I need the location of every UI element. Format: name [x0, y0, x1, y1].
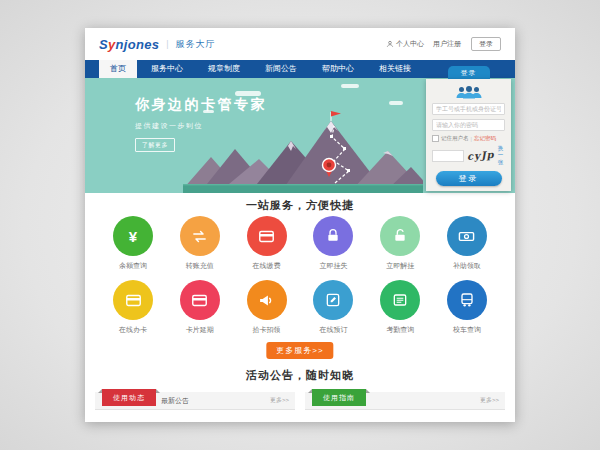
remember-row: 记住用户名 | 忘记密码	[432, 135, 505, 142]
person-icon	[386, 40, 394, 48]
forgot-password-link[interactable]: 忘记密码	[474, 135, 496, 142]
service-online-payment[interactable]: 在线缴费	[243, 216, 291, 271]
nav-item-service-center[interactable]: 服务中心	[140, 60, 194, 78]
list-icon	[380, 280, 420, 320]
login-panel: 登录 记住用户名 | 忘记密码	[426, 66, 511, 191]
screenshot-stage: Synjones | 服务大厅 个人中心 用户注册 登录 首页 服务中心 规章制…	[0, 0, 600, 450]
header-divider: |	[166, 39, 168, 49]
password-input[interactable]	[432, 119, 505, 131]
transfer-arrows-icon	[180, 216, 220, 256]
logo-accent-mark: y	[108, 37, 116, 52]
remember-checkbox[interactable]	[432, 135, 439, 142]
services-section-title: 一站服务，方便快捷	[85, 198, 515, 213]
service-label: 余额查询	[109, 261, 157, 271]
portal-page: Synjones | 服务大厅 个人中心 用户注册 登录 首页 服务中心 规章制…	[85, 28, 515, 422]
captcha-refresh-link[interactable]: 换一张	[498, 145, 505, 166]
service-label: 立即挂失	[309, 261, 357, 271]
service-label: 拾卡招领	[243, 325, 291, 335]
service-label: 卡片延期	[176, 325, 224, 335]
service-school-bus-inquiry[interactable]: 校车查询	[443, 280, 491, 335]
service-label: 在线预订	[309, 325, 357, 335]
unlock-icon	[380, 216, 420, 256]
login-submit-button[interactable]: 登录	[436, 171, 502, 186]
service-lost-card-claim[interactable]: 拾卡招领	[243, 280, 291, 335]
username-input[interactable]	[432, 103, 505, 115]
service-label: 考勤查询	[376, 325, 424, 335]
service-report-loss[interactable]: 立即挂失	[309, 216, 357, 271]
yen-icon: ¥	[113, 216, 153, 256]
service-online-card-apply[interactable]: 在线办卡	[109, 280, 157, 335]
more-services-button[interactable]: 更多服务>>	[266, 342, 333, 359]
service-balance-inquiry[interactable]: ¥ 余额查询	[109, 216, 157, 271]
edit-icon	[313, 280, 353, 320]
nav-item-links[interactable]: 相关链接	[368, 60, 422, 78]
logo-prefix: S	[99, 37, 108, 52]
site-name: 服务大厅	[176, 38, 216, 51]
service-subsidy-collection[interactable]: 补助领取	[443, 216, 491, 271]
register-label: 用户注册	[433, 39, 461, 49]
service-attendance-inquiry[interactable]: 考勤查询	[376, 280, 424, 335]
register-link[interactable]: 用户注册	[433, 39, 461, 49]
announcements-left-panel: 使用动态 最新公告 更多>>	[95, 392, 295, 410]
users-icon	[432, 85, 505, 99]
cloud	[341, 84, 359, 88]
hero-text: 你身边的卡管专家 提供建设一步到位 了解更多	[135, 96, 267, 152]
service-label: 在线缴费	[243, 261, 291, 271]
banknote-icon	[447, 216, 487, 256]
lock-icon	[313, 216, 353, 256]
cloud	[389, 101, 403, 105]
personal-center-link[interactable]: 个人中心	[386, 39, 424, 49]
left-more-link[interactable]: 更多>>	[270, 392, 289, 409]
bus-icon	[447, 280, 487, 320]
service-label: 立即解挂	[376, 261, 424, 271]
megaphone-icon	[247, 280, 287, 320]
right-more-link[interactable]: 更多>>	[480, 392, 499, 409]
remember-separator: |	[471, 136, 472, 142]
announcements-section-title: 活动公告，随时知晓	[85, 368, 515, 383]
header: Synjones | 服务大厅 个人中心 用户注册 登录	[85, 28, 515, 60]
personal-center-label: 个人中心	[396, 39, 424, 49]
services-row-1: ¥ 余额查询 转账充值 在线缴费 立即挂失	[109, 216, 491, 271]
captcha-image: cyJp	[467, 149, 495, 162]
nav-item-home[interactable]: 首页	[99, 60, 137, 78]
service-card-renewal[interactable]: 卡片延期	[176, 280, 224, 335]
hero-subtitle: 提供建设一步到位	[135, 121, 267, 131]
tab-latest-announcements[interactable]: 最新公告	[161, 392, 189, 409]
announcements-right-panel: 使用指南 更多>>	[305, 392, 505, 410]
captcha-input[interactable]	[432, 150, 464, 162]
captcha-row: cyJp 换一张	[432, 145, 505, 166]
service-label: 校车查询	[443, 325, 491, 335]
logo-rest: njones	[116, 37, 160, 52]
nav-item-news[interactable]: 新闻公告	[254, 60, 308, 78]
service-online-booking[interactable]: 在线预订	[309, 280, 357, 335]
service-transfer-recharge[interactable]: 转账充值	[176, 216, 224, 271]
nav-item-help[interactable]: 帮助中心	[311, 60, 365, 78]
card-icon	[113, 280, 153, 320]
login-panel-body: 记住用户名 | 忘记密码 cyJp 换一张 登录	[426, 79, 511, 191]
tab-usage-news[interactable]: 使用动态	[102, 389, 156, 406]
logo[interactable]: Synjones	[99, 37, 159, 52]
card-icon	[180, 280, 220, 320]
services-row-2: 在线办卡 卡片延期 拾卡招领 在线预订	[109, 280, 491, 335]
header-login-button[interactable]: 登录	[471, 37, 501, 51]
remember-label: 记住用户名	[441, 135, 469, 142]
service-unfreeze-card[interactable]: 立即解挂	[376, 216, 424, 271]
hero-title: 你身边的卡管专家	[135, 96, 267, 114]
service-label: 转账充值	[176, 261, 224, 271]
tab-usage-guide[interactable]: 使用指南	[312, 389, 366, 406]
hero-cta-button[interactable]: 了解更多	[135, 138, 175, 152]
card-icon	[247, 216, 287, 256]
nav-item-rules[interactable]: 规章制度	[197, 60, 251, 78]
service-label: 在线办卡	[109, 325, 157, 335]
login-tab[interactable]: 登录	[448, 66, 490, 79]
service-label: 补助领取	[443, 261, 491, 271]
